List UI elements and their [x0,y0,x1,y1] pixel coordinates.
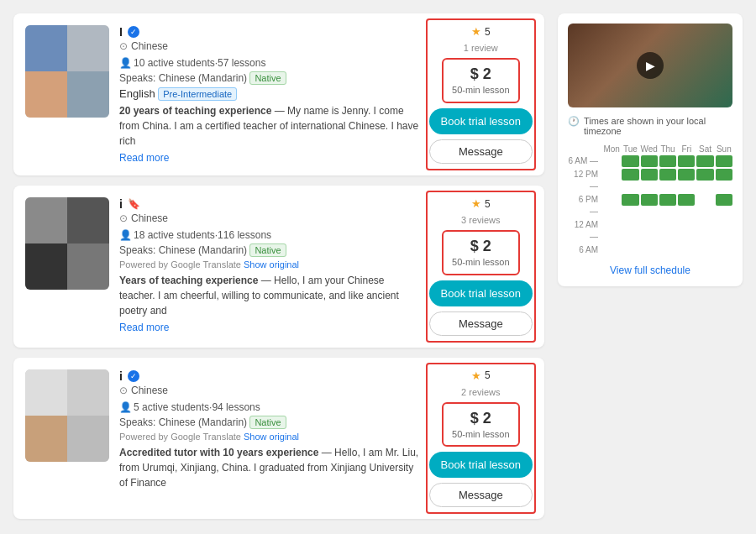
schedule-cell [678,155,695,167]
price-box: $ 250-min lesson [442,58,519,103]
schedule-cell [678,169,695,181]
schedule-cell [716,219,732,231]
play-button[interactable]: ▶ [637,52,664,79]
schedule-time-label: 6 PM — [568,194,601,217]
reviews-count: 3 reviews [461,215,500,225]
schedule-cell [622,194,638,206]
verified-icon: ✓ [128,370,139,382]
reviews-count: 1 review [464,43,498,53]
message-button[interactable]: Message [429,139,533,164]
video-thumbnail[interactable]: ▶ [568,24,732,107]
message-button[interactable]: Message [429,483,533,507]
schedule-cell [603,194,620,206]
tutor-avatar [25,197,109,290]
book-trial-button[interactable]: Book trial lesson [429,108,533,134]
rating-score: 5 [485,369,491,381]
rating-score: 5 [485,198,491,210]
schedule-cell [696,244,713,256]
read-more-link[interactable]: Read more [119,322,419,333]
speaks-row: Speaks: Chinese (Mandarin) Native [119,416,419,428]
tutor-subject: ⊙ Chinese [119,40,419,52]
schedule-cell [678,194,695,206]
rating-score: 5 [485,26,491,38]
schedule-cell [622,219,638,231]
tutor-name: i [119,197,123,211]
tutor-avatar [25,369,109,462]
schedule-grid: 6 AM —12 PM —6 PM —12 AM —6 AM [568,155,732,256]
schedule-cell [716,244,732,256]
schedule-cell [641,244,658,256]
day-header: Sun [716,144,732,154]
schedule-cell [603,219,620,231]
right-panel: ▶ 🕐 Times are shown in your local timezo… [558,13,743,519]
schedule-time-label: 6 AM — [568,155,601,167]
tutor-name: I [119,25,123,39]
schedule-cell [716,194,732,206]
tutor-card: i🔖⊙ Chinese👤18 active students·116 lesso… [13,186,544,348]
view-full-schedule-link[interactable]: View full schedule [568,264,732,276]
bookmark-icon: 🔖 [128,198,140,210]
tutor-card: i✓⊙ Chinese👤5 active students·94 lessons… [13,358,544,520]
tutor-list: I✓⊙ Chinese👤10 active students·57 lesson… [13,13,544,519]
schedule-cell [696,194,713,206]
schedule-cell [641,155,658,167]
tutor-stats: 👤10 active students·57 lessons [119,57,419,69]
schedule-cell [659,194,676,206]
schedule-cell [641,219,658,231]
tutor-subject: ⊙ Chinese [119,385,419,396]
tutor-stats: 👤5 active students·94 lessons [119,401,419,413]
price-label: 50-min lesson [452,256,509,268]
schedule-cell [716,155,732,167]
day-header: Tue [622,144,638,154]
tutor-subject: ⊙ Chinese [119,212,419,224]
schedule-time-label: 12 AM — [568,219,601,243]
tutor-actions-wrapper: ★51 review$ 250-min lessonBook trial les… [429,25,533,164]
tutor-description: Years of teaching experience — Hello, I … [119,273,419,318]
price-amount: $ 2 [452,65,509,84]
tutor-description: 20 years of teaching experience — My nam… [119,103,419,149]
powered-by-row: Powered by Google Translate Show origina… [119,259,419,270]
tutor-actions: ★53 reviews$ 250-min lessonBook trial le… [429,197,533,336]
read-more-link[interactable]: Read more [119,152,419,164]
book-trial-button[interactable]: Book trial lesson [429,280,533,306]
price-box: $ 250-min lesson [442,402,519,448]
tutor-actions: ★51 review$ 250-min lessonBook trial les… [429,25,533,164]
price-amount: $ 2 [452,409,509,428]
powered-by-row: Powered by Google Translate Show origina… [119,432,419,442]
schedule-cell [622,244,638,256]
day-header: Wed [641,144,658,154]
verified-icon: ✓ [128,26,139,38]
schedule-cell [696,219,713,231]
schedule-cell [678,244,695,256]
show-original-link[interactable]: Show original [244,259,299,270]
tutor-card: I✓⊙ Chinese👤10 active students·57 lesson… [13,13,544,175]
schedule-cell [659,169,676,181]
schedule-day-headers: MonTueWedThuFriSatSun [568,144,732,154]
schedule-cell [696,169,713,181]
tutor-name: i [119,369,123,383]
price-label: 50-min lesson [452,84,509,96]
schedule-time-label: 6 AM [568,244,601,256]
show-original-link[interactable]: Show original [244,432,299,442]
schedule-time-label: 12 PM — [568,169,601,192]
rating-row: ★5 [471,197,491,210]
book-trial-button[interactable]: Book trial lesson [429,452,533,478]
clock-icon: 🕐 [568,116,580,127]
tutor-stats: 👤18 active students·116 lessons [119,229,419,241]
schedule-cell [659,244,676,256]
tutor-actions-wrapper: ★53 reviews$ 250-min lessonBook trial le… [429,197,533,336]
speaks-row: Speaks: Chinese (Mandarin) Native [119,72,419,84]
english-level: English Pre-Intermediate [119,87,419,100]
price-amount: $ 2 [452,237,509,256]
day-header: Thu [659,144,676,154]
price-label: 50-min lesson [452,428,509,440]
schedule-cell [678,219,695,231]
schedule-cell [603,244,620,256]
schedule-cell [659,219,676,231]
message-button[interactable]: Message [429,312,533,336]
schedule-cell [696,155,713,167]
speaks-row: Speaks: Chinese (Mandarin) Native [119,244,419,256]
day-header: Fri [678,144,695,154]
price-box: $ 250-min lesson [442,230,519,275]
timezone-text: Times are shown in your local timezone [584,116,732,136]
